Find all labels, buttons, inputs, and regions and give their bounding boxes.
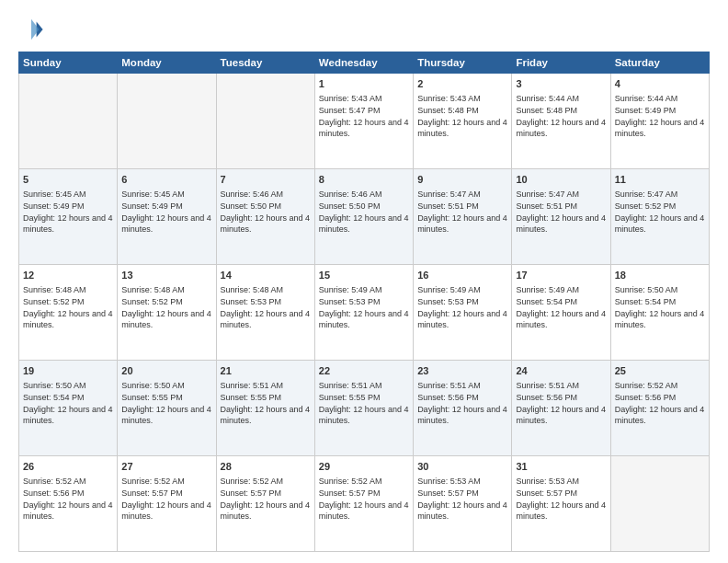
day-number: 14 <box>221 269 311 282</box>
day-info: Sunset: 5:55 PM <box>319 392 409 404</box>
calendar-cell <box>19 74 118 169</box>
day-number: 1 <box>319 77 409 91</box>
day-info: Sunrise: 5:49 AM <box>417 284 507 296</box>
day-info: Sunset: 5:54 PM <box>516 296 606 308</box>
day-info: Daylight: 12 hours and 4 minutes. <box>221 308 311 331</box>
calendar-cell: 11Sunrise: 5:47 AMSunset: 5:52 PMDayligh… <box>610 169 709 265</box>
day-number: 8 <box>319 173 409 187</box>
calendar-cell: 31Sunrise: 5:53 AMSunset: 5:57 PMDayligh… <box>512 456 610 552</box>
calendar-table: SundayMondayTuesdayWednesdayThursdayFrid… <box>18 52 710 552</box>
calendar-cell: 18Sunrise: 5:50 AMSunset: 5:54 PMDayligh… <box>610 265 709 361</box>
day-info: Sunset: 5:57 PM <box>221 488 311 500</box>
weekday-header-wednesday: Wednesday <box>314 52 413 74</box>
day-info: Sunset: 5:48 PM <box>516 105 606 117</box>
day-info: Daylight: 12 hours and 4 minutes. <box>121 308 211 331</box>
day-info: Sunset: 5:50 PM <box>221 201 311 213</box>
day-info: Daylight: 12 hours and 4 minutes. <box>417 404 507 427</box>
day-info: Daylight: 12 hours and 4 minutes. <box>121 500 211 523</box>
day-info: Daylight: 12 hours and 4 minutes. <box>615 308 705 331</box>
calendar-cell: 30Sunrise: 5:53 AMSunset: 5:57 PMDayligh… <box>414 456 512 552</box>
calendar-cell: 9Sunrise: 5:47 AMSunset: 5:51 PMDaylight… <box>414 169 512 265</box>
day-info: Sunset: 5:57 PM <box>417 488 507 500</box>
calendar-cell: 16Sunrise: 5:49 AMSunset: 5:53 PMDayligh… <box>414 265 512 361</box>
calendar-cell: 17Sunrise: 5:49 AMSunset: 5:54 PMDayligh… <box>512 265 610 361</box>
day-info: Sunrise: 5:51 AM <box>221 380 311 392</box>
day-number: 10 <box>516 173 606 187</box>
day-info: Daylight: 12 hours and 4 minutes. <box>615 117 705 140</box>
day-info: Sunset: 5:49 PM <box>23 201 113 213</box>
calendar-cell: 10Sunrise: 5:47 AMSunset: 5:51 PMDayligh… <box>512 169 610 265</box>
day-number: 27 <box>121 460 211 474</box>
day-number: 7 <box>221 173 311 187</box>
calendar-cell: 1Sunrise: 5:43 AMSunset: 5:47 PMDaylight… <box>314 74 413 169</box>
day-number: 9 <box>417 173 507 187</box>
day-info: Sunset: 5:54 PM <box>23 392 113 404</box>
day-info: Daylight: 12 hours and 4 minutes. <box>516 117 606 140</box>
day-info: Sunrise: 5:45 AM <box>121 189 211 201</box>
day-info: Sunset: 5:56 PM <box>23 488 113 500</box>
day-info: Sunrise: 5:49 AM <box>516 284 606 296</box>
weekday-header-saturday: Saturday <box>610 52 709 74</box>
day-info: Sunrise: 5:50 AM <box>615 284 705 296</box>
day-info: Sunset: 5:53 PM <box>221 296 311 308</box>
day-info: Daylight: 12 hours and 4 minutes. <box>319 213 409 236</box>
day-info: Sunset: 5:54 PM <box>615 296 705 308</box>
day-info: Daylight: 12 hours and 4 minutes. <box>516 308 606 331</box>
day-info: Daylight: 12 hours and 4 minutes. <box>417 213 507 236</box>
calendar-cell <box>216 74 314 169</box>
day-info: Daylight: 12 hours and 4 minutes. <box>319 117 409 140</box>
logo <box>18 17 46 42</box>
calendar-cell: 26Sunrise: 5:52 AMSunset: 5:56 PMDayligh… <box>19 456 118 552</box>
day-info: Sunset: 5:56 PM <box>615 392 705 404</box>
day-info: Daylight: 12 hours and 4 minutes. <box>221 213 311 236</box>
day-number: 31 <box>516 460 606 474</box>
day-number: 21 <box>221 364 311 378</box>
day-info: Daylight: 12 hours and 4 minutes. <box>516 500 606 523</box>
day-number: 12 <box>23 269 113 282</box>
day-info: Daylight: 12 hours and 4 minutes. <box>417 308 507 331</box>
calendar-cell: 28Sunrise: 5:52 AMSunset: 5:57 PMDayligh… <box>216 456 314 552</box>
day-info: Sunrise: 5:48 AM <box>221 284 311 296</box>
day-info: Sunset: 5:56 PM <box>417 392 507 404</box>
day-info: Sunset: 5:51 PM <box>417 201 507 213</box>
day-number: 15 <box>319 269 409 282</box>
day-info: Sunrise: 5:50 AM <box>121 380 211 392</box>
day-number: 2 <box>417 77 507 91</box>
day-number: 28 <box>221 460 311 474</box>
calendar-cell: 15Sunrise: 5:49 AMSunset: 5:53 PMDayligh… <box>314 265 413 361</box>
day-number: 24 <box>516 364 606 378</box>
calendar-cell: 6Sunrise: 5:45 AMSunset: 5:49 PMDaylight… <box>118 169 216 265</box>
calendar-cell: 25Sunrise: 5:52 AMSunset: 5:56 PMDayligh… <box>610 361 709 456</box>
calendar-cell: 14Sunrise: 5:48 AMSunset: 5:53 PMDayligh… <box>216 265 314 361</box>
calendar-cell: 21Sunrise: 5:51 AMSunset: 5:55 PMDayligh… <box>216 361 314 456</box>
day-number: 25 <box>615 364 705 378</box>
day-info: Daylight: 12 hours and 4 minutes. <box>516 213 606 236</box>
calendar-cell: 23Sunrise: 5:51 AMSunset: 5:56 PMDayligh… <box>414 361 512 456</box>
day-info: Sunrise: 5:52 AM <box>23 476 113 488</box>
calendar-cell: 22Sunrise: 5:51 AMSunset: 5:55 PMDayligh… <box>314 361 413 456</box>
calendar-cell: 8Sunrise: 5:46 AMSunset: 5:50 PMDaylight… <box>314 169 413 265</box>
day-info: Daylight: 12 hours and 4 minutes. <box>417 117 507 140</box>
day-number: 5 <box>23 173 113 187</box>
day-info: Daylight: 12 hours and 4 minutes. <box>23 404 113 427</box>
calendar-cell <box>610 456 709 552</box>
day-number: 13 <box>121 269 211 282</box>
day-info: Daylight: 12 hours and 4 minutes. <box>221 404 311 427</box>
calendar-cell: 29Sunrise: 5:52 AMSunset: 5:57 PMDayligh… <box>314 456 413 552</box>
calendar-cell: 3Sunrise: 5:44 AMSunset: 5:48 PMDaylight… <box>512 74 610 169</box>
calendar-cell: 12Sunrise: 5:48 AMSunset: 5:52 PMDayligh… <box>19 265 118 361</box>
weekday-header-thursday: Thursday <box>414 52 512 74</box>
day-number: 29 <box>319 460 409 474</box>
day-info: Sunrise: 5:44 AM <box>615 93 705 105</box>
day-info: Sunrise: 5:47 AM <box>615 189 705 201</box>
day-number: 18 <box>615 269 705 282</box>
day-info: Daylight: 12 hours and 4 minutes. <box>23 213 113 236</box>
day-info: Sunrise: 5:52 AM <box>319 476 409 488</box>
day-info: Sunset: 5:52 PM <box>23 296 113 308</box>
day-info: Sunset: 5:49 PM <box>121 201 211 213</box>
day-info: Sunrise: 5:48 AM <box>23 284 113 296</box>
day-info: Sunset: 5:57 PM <box>319 488 409 500</box>
day-info: Sunset: 5:56 PM <box>516 392 606 404</box>
day-info: Daylight: 12 hours and 4 minutes. <box>417 500 507 523</box>
day-info: Sunset: 5:57 PM <box>121 488 211 500</box>
